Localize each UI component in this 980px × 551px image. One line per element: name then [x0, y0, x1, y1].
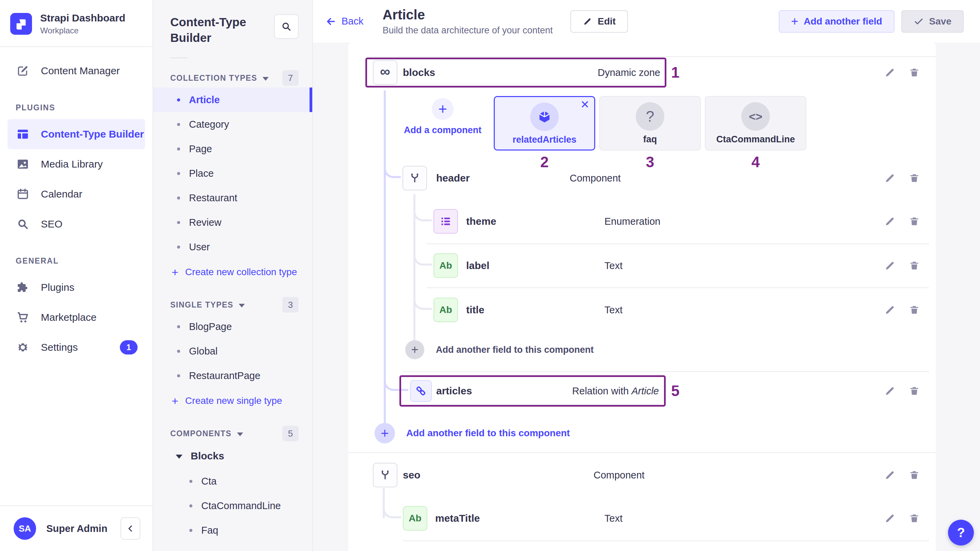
add-another-field-button[interactable]: + Add another field — [779, 10, 894, 33]
sidebar-item-ctacommandline[interactable]: CtaCommandLine — [153, 494, 312, 518]
sidebar-item-content-manager[interactable]: Content Manager — [0, 56, 153, 86]
bullet-icon — [177, 148, 180, 151]
sidebar-item-label: SEO — [41, 218, 62, 230]
edit-field-icon[interactable] — [884, 469, 896, 481]
collection-types-count: 7 — [282, 70, 299, 86]
brand[interactable]: Strapi Dashboard Workplace — [0, 0, 153, 47]
chevron-down-icon — [237, 433, 243, 436]
pencil-icon — [582, 17, 592, 26]
field-row-title[interactable]: Ab title Text — [348, 298, 936, 322]
component-card-ctacommandline[interactable]: <> CtaCommandLine — [705, 96, 807, 151]
edit-field-icon[interactable] — [884, 385, 896, 397]
divider — [403, 540, 929, 541]
sidebar-item-blogpage[interactable]: BlogPage — [153, 314, 312, 339]
divider — [427, 244, 929, 244]
create-single-type-link[interactable]: + Create new single type — [153, 388, 312, 414]
field-row-theme[interactable]: theme Enumeration — [348, 209, 936, 234]
sidebar-item-category[interactable]: Category — [153, 112, 312, 137]
sidebar-item-user[interactable]: User — [153, 235, 312, 259]
field-row-articles[interactable]: articles Relation with Article 5 — [348, 379, 936, 403]
page-subtitle: Build the data architecture of your cont… — [382, 25, 553, 36]
question-icon: ? — [636, 102, 664, 131]
field-row-seo[interactable]: seo Component — [348, 463, 936, 487]
sidebar-item-cta[interactable]: Cta — [153, 469, 312, 494]
sidebar-item-features[interactable]: Features — [153, 543, 312, 551]
sidebar-item-review[interactable]: Review — [153, 210, 312, 235]
components-header[interactable]: COMPONENTS 5 — [153, 424, 312, 443]
page-title: Article — [382, 7, 553, 22]
type-label: Article — [189, 94, 220, 105]
save-button[interactable]: Save — [901, 10, 964, 33]
field-name: blocks — [403, 60, 435, 85]
sidebar-item-plugins[interactable]: Plugins — [0, 272, 153, 303]
collection-types-header[interactable]: COLLECTION TYPES 7 — [153, 68, 312, 88]
edit-field-icon[interactable] — [884, 304, 896, 316]
delete-field-icon[interactable] — [908, 172, 920, 184]
create-collection-type-link[interactable]: + Create new collection type — [153, 259, 312, 285]
component-group-blocks[interactable]: Blocks — [153, 443, 312, 469]
sidebar-item-restaurant[interactable]: Restaurant — [153, 186, 312, 210]
sidebar-item-place[interactable]: Place — [153, 161, 312, 186]
sidebar-item-label: Media Library — [41, 158, 103, 170]
collapse-sidebar-button[interactable] — [121, 517, 140, 540]
delete-field-icon[interactable] — [908, 304, 920, 316]
field-name: title — [466, 298, 484, 322]
sidebar-item-media-library[interactable]: Media Library — [0, 149, 153, 179]
sidebar-item-settings[interactable]: Settings 1 — [0, 332, 153, 362]
delete-field-icon[interactable] — [908, 385, 920, 397]
back-link[interactable]: Back — [325, 16, 363, 27]
sidebar-item-article[interactable]: Article — [153, 88, 312, 112]
add-component-label[interactable]: Add a component — [402, 125, 484, 135]
components-count: 5 — [282, 426, 299, 441]
component-card-faq[interactable]: ? faq — [599, 96, 701, 151]
edit-field-icon[interactable] — [884, 215, 896, 227]
sidebar-item-restaurantpage[interactable]: RestaurantPage — [153, 363, 312, 388]
add-field-to-component-label[interactable]: Add another field to this component — [406, 423, 570, 443]
edit-field-icon[interactable] — [884, 260, 896, 271]
sidebar-item-faq[interactable]: Faq — [153, 518, 312, 543]
dynamic-zone-icon: ∞ — [373, 60, 398, 85]
add-component-button[interactable]: + — [432, 98, 453, 120]
content-area: ∞ blocks Dynamic zone 1 + Add a componen… — [313, 43, 980, 551]
single-types-header[interactable]: SINGLE TYPES 3 — [153, 295, 312, 314]
sidebar-item-content-type-builder[interactable]: Content-Type Builder — [8, 119, 145, 149]
help-button[interactable]: ? — [948, 520, 974, 546]
sidebar-item-page[interactable]: Page — [153, 137, 312, 161]
field-type: Enumeration — [605, 209, 660, 234]
close-icon[interactable]: ✕ — [580, 99, 589, 110]
sidebar-item-marketplace[interactable]: Marketplace — [0, 303, 153, 332]
edit-field-icon[interactable] — [884, 172, 896, 184]
add-field-to-component-label[interactable]: Add another field to this component — [436, 340, 593, 359]
strapi-logo-icon — [10, 13, 32, 35]
delete-field-icon[interactable] — [908, 260, 920, 271]
divider — [170, 57, 187, 58]
user-area: SA Super Admin — [0, 505, 153, 551]
delete-field-icon[interactable] — [908, 215, 920, 227]
field-type: Component — [593, 463, 644, 487]
delete-field-icon[interactable] — [908, 469, 920, 481]
main-sidebar: Strapi Dashboard Workplace Content Manag… — [0, 0, 153, 551]
sidebar-item-seo[interactable]: SEO — [0, 209, 153, 239]
check-icon — [913, 16, 924, 27]
field-row-metatitle[interactable]: Ab metaTitle Text — [348, 506, 936, 530]
field-row-header[interactable]: header Component — [348, 166, 936, 190]
bullet-icon — [189, 529, 192, 532]
field-row-blocks[interactable]: ∞ blocks Dynamic zone 1 — [348, 60, 936, 85]
search-button[interactable] — [274, 14, 299, 39]
field-row-label[interactable]: Ab label Text — [348, 253, 936, 278]
add-field-to-component-button[interactable]: + — [405, 340, 424, 359]
sidebar-item-calendar[interactable]: Calendar — [0, 179, 153, 209]
add-field-to-component-button[interactable]: + — [375, 423, 395, 443]
bullet-icon — [177, 221, 180, 224]
edit-field-icon[interactable] — [884, 513, 896, 524]
collection-types-label: COLLECTION TYPES — [170, 73, 257, 83]
edit-field-icon[interactable] — [884, 67, 896, 78]
component-card-relatedarticles[interactable]: ✕ relatedArticles — [494, 96, 595, 151]
avatar[interactable]: SA — [14, 517, 36, 540]
delete-field-icon[interactable] — [908, 67, 920, 78]
text-field-icon: Ab — [433, 298, 458, 322]
sidebar-item-global[interactable]: Global — [153, 339, 312, 363]
delete-field-icon[interactable] — [908, 513, 920, 524]
divider — [348, 452, 936, 453]
edit-button[interactable]: Edit — [570, 10, 628, 33]
